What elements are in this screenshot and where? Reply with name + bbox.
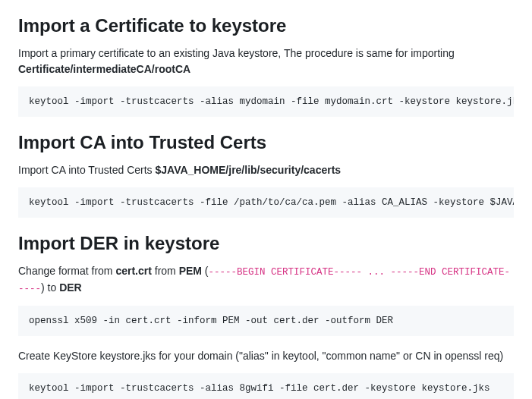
intro-text: Import CA into Trusted Certs [18, 164, 156, 176]
section-intro: Import CA into Trusted Certs $JAVA_HOME/… [18, 162, 514, 178]
text-fragment: Change format from [18, 265, 115, 277]
intro-bold: Certificate/intermediateCA/rootCA [18, 63, 190, 75]
text-fragment: ( [202, 265, 209, 277]
code-block: keytool -import -trustcacerts -file /pat… [18, 187, 514, 218]
section-intro: Change format from cert.crt from PEM (--… [18, 263, 514, 297]
section-heading: Import a Certificate to keystore [18, 12, 514, 39]
section-heading: Import CA into Trusted Certs [18, 129, 514, 156]
code-block: keytool -import -trustcacerts -alias myd… [18, 86, 514, 117]
section-paragraph: Create KeyStore keystore.jks for your do… [18, 348, 514, 364]
intro-bold: $JAVA_HOME/jre/lib/security/cacerts [156, 164, 342, 176]
bold-fragment: cert.crt [115, 265, 151, 277]
text-fragment: ) to [41, 281, 59, 294]
text-fragment: from [152, 265, 179, 277]
section-heading: Import DER in keystore [18, 230, 514, 257]
bold-fragment: DER [59, 281, 82, 294]
intro-text: Import a primary certificate to an exist… [18, 47, 455, 59]
bold-fragment: PEM [179, 265, 202, 277]
code-block: openssl x509 -in cert.crt -inform PEM -o… [18, 306, 514, 336]
code-block: keytool -import -trustcacerts -alias 8gw… [18, 373, 514, 399]
section-intro: Import a primary certificate to an exist… [18, 46, 514, 77]
